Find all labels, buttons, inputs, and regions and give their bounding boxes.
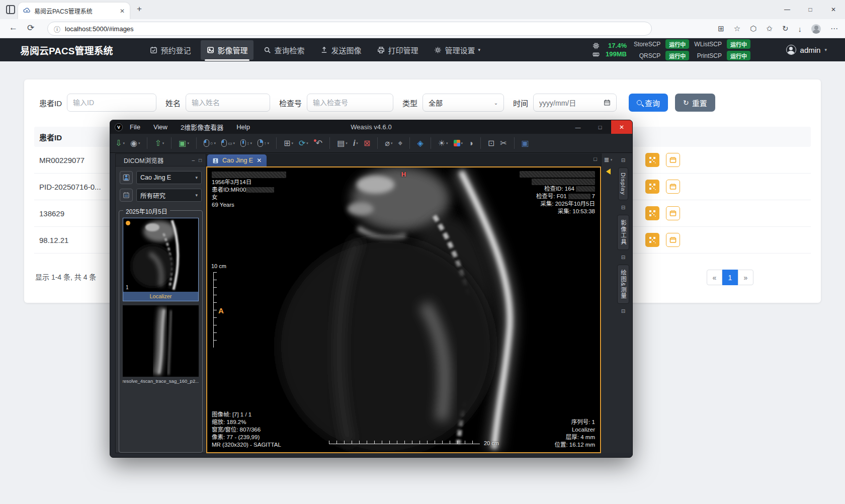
search-button[interactable]: 查询	[629, 94, 668, 112]
annotation-icon[interactable]: i▾	[353, 139, 358, 147]
window-level-icon[interactable]: ☀▾	[438, 139, 448, 147]
panel-minimize-icon[interactable]: ‒	[192, 157, 195, 163]
crosshair-icon[interactable]: ◈	[417, 139, 423, 147]
viewer-maximize-icon[interactable]: □	[594, 156, 597, 162]
qrcode-button[interactable]	[645, 233, 659, 247]
weasis-logo-icon: V	[115, 123, 123, 131]
window-minimize-icon[interactable]: —	[776, 0, 799, 19]
measure-icon[interactable]: ▤▾	[337, 139, 348, 147]
patient-id-input[interactable]	[67, 94, 156, 112]
qrcode-button[interactable]	[645, 206, 659, 220]
lut-palette-icon[interactable]: ▾	[454, 140, 463, 146]
open-viewer-button[interactable]	[666, 180, 680, 194]
service-name: StoreSCP	[634, 41, 660, 48]
dicom-export-icon[interactable]: ⇧▾	[154, 139, 164, 147]
qr-grid-icon	[649, 156, 656, 163]
tab-close-icon[interactable]: ✕	[120, 8, 125, 15]
nav-item-booking[interactable]: 预约登记	[144, 40, 197, 60]
nav-item-settings[interactable]: 管理设置 ▾	[428, 40, 486, 60]
image-capture-icon[interactable]: ▣▾	[179, 139, 189, 147]
reset-button[interactable]: ↻ 重置	[675, 94, 715, 112]
mouse-left-wl-icon[interactable]: ▭▾	[221, 139, 235, 147]
pan-icon[interactable]: ⌖	[398, 139, 402, 147]
profile-icon[interactable]	[811, 24, 821, 34]
invert-icon[interactable]: ◑	[468, 139, 473, 147]
cine-icon[interactable]: ⊡	[488, 139, 494, 147]
browser-menu-icon[interactable]: ⋯	[830, 24, 838, 33]
weasis-maximize-icon[interactable]: □	[589, 124, 611, 130]
user-menu[interactable]: admin ▾	[786, 38, 827, 61]
vertical-ruler	[213, 272, 217, 348]
open-viewer-button[interactable]	[666, 233, 680, 247]
dicom-import-icon[interactable]: ⇩▾	[115, 139, 125, 147]
nav-item-send[interactable]: 发送图像	[314, 40, 367, 60]
next-page-button[interactable]: »	[738, 270, 753, 285]
tab-display[interactable]: Display	[618, 167, 628, 200]
nav-item-images[interactable]: 影像管理	[201, 40, 254, 60]
menu-file[interactable]: File	[130, 123, 140, 131]
reset-icon[interactable]: ↶	[314, 139, 322, 147]
open-window-icon	[669, 156, 677, 163]
name-input[interactable]	[186, 94, 270, 112]
viewer-tab-active[interactable]: Cao Jing E ✕	[207, 154, 267, 166]
weasis-minimize-icon[interactable]: —	[567, 124, 589, 130]
date-input[interactable]: yyyy/mm/日	[533, 94, 617, 112]
system-status: 17.4% 199MB StoreSCP 运行中 WListSCP 运行中 QR…	[593, 38, 750, 61]
url-field[interactable]: ⓘ localhost:5000/#images	[47, 22, 652, 36]
synch-icon[interactable]: ⟳▾	[299, 139, 308, 147]
new-tab-button[interactable]: +	[137, 4, 142, 14]
mouse-middle-icon[interactable]: ↕▾	[240, 139, 252, 147]
menu-2d-viewer[interactable]: 2维影像查看器	[181, 122, 223, 132]
nav-item-print[interactable]: 打印管理	[371, 40, 424, 60]
delete-measure-icon[interactable]: ⊠	[364, 139, 370, 147]
patient-select[interactable]: Cao Jing E ▾	[136, 171, 202, 184]
nav-item-query[interactable]: 查询检索	[258, 40, 310, 60]
current-page[interactable]: 1	[722, 270, 738, 285]
split-screen-icon[interactable]: ⊞	[718, 24, 724, 33]
series-thumbnail-selected[interactable]: 1 Localizer	[123, 218, 199, 301]
site-info-icon[interactable]: ⓘ	[54, 24, 60, 34]
tab-draw-measure[interactable]: 绘图&测量	[617, 265, 629, 304]
weasis-close-icon[interactable]: ✕	[611, 120, 632, 134]
history-icon[interactable]: ↻	[782, 24, 789, 33]
refresh-icon[interactable]: ⟳	[27, 23, 34, 33]
qrcode-button[interactable]	[645, 180, 659, 194]
study-date: 2025年10月5日	[123, 207, 170, 215]
viewer-tab-close-icon[interactable]: ✕	[257, 157, 262, 164]
mpr-3d-icon[interactable]: ▣	[522, 139, 529, 147]
layers-icon[interactable]: ≣▾	[604, 156, 612, 163]
window-maximize-icon[interactable]: □	[799, 0, 822, 19]
collapse-panel-arrow-icon[interactable]	[606, 169, 611, 175]
open-viewer-button[interactable]	[666, 206, 680, 220]
study-filter-select[interactable]: 所有研究 ▾	[136, 189, 202, 202]
extensions-icon[interactable]: ⬡	[750, 24, 756, 33]
weasis-titlebar[interactable]: V File View 2维影像查看器 Help Weasis v4.6.0 —…	[110, 120, 632, 134]
menu-help[interactable]: Help	[236, 123, 250, 131]
window-close-icon[interactable]: ✕	[822, 0, 845, 19]
overlay-series-params: 序列号: 1 Localizer 层厚: 4 mm 位置: 16.12 mm	[554, 418, 595, 449]
result-summary: 显示 1-4 条, 共 4 条	[35, 272, 96, 282]
favorites-star-icon[interactable]: ☆	[734, 24, 740, 33]
back-icon[interactable]: ←	[9, 23, 18, 33]
tab-image-tools[interactable]: 影像工具	[617, 215, 629, 250]
open-viewer-button[interactable]	[666, 153, 680, 167]
ko-cut-icon[interactable]: ✂	[500, 139, 506, 147]
qrcode-button[interactable]	[645, 153, 659, 167]
mouse-left-zoom-icon[interactable]: ○▾	[204, 139, 216, 147]
layout-icon[interactable]: ⊞▾	[284, 139, 293, 147]
cd-import-icon[interactable]: ◉▾	[130, 139, 140, 147]
collections-icon[interactable]: ✩	[766, 24, 773, 33]
workspace-icon[interactable]	[6, 5, 15, 14]
downloads-icon[interactable]: ↓	[798, 25, 802, 33]
panel-float-icon[interactable]: □	[199, 157, 202, 163]
browser-tab[interactable]: 易阅云PACS管理系统 ✕	[18, 3, 130, 19]
menu-view[interactable]: View	[153, 123, 167, 131]
prev-page-button[interactable]: «	[707, 270, 722, 285]
mouse-right-icon[interactable]: ↑▾	[258, 139, 269, 147]
dicom-viewport[interactable]: 1956年3月14日 患者ID:MR00 女 69 Years 检查ID: 16…	[206, 166, 601, 453]
zoom-icon[interactable]: ⌀▾	[385, 139, 392, 147]
series-thumbnail[interactable]: resolve_4scan_trace_sag_160_p2...	[123, 305, 199, 385]
accession-input[interactable]	[307, 94, 393, 112]
dicom-browser-header[interactable]: DICOM浏览器 ‒ □	[116, 154, 206, 166]
type-select[interactable]: 全部 ⌄	[422, 94, 504, 112]
